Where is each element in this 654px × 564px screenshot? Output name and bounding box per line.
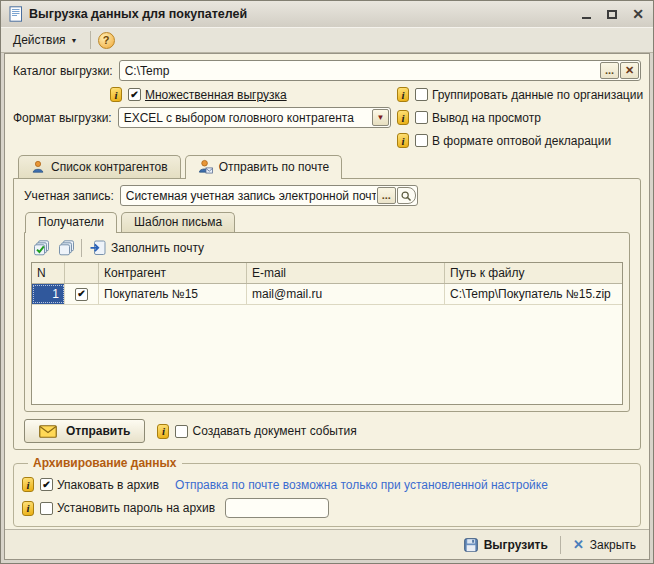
pack-archive-checkbox[interactable]: ✔ <box>40 478 53 491</box>
create-event-checkbox[interactable] <box>175 425 188 438</box>
row-contractor-cell[interactable]: Покупатель №15 <box>99 284 247 304</box>
password-row: i Установить пароль на архив <box>22 498 632 518</box>
table-empty-area <box>32 305 622 404</box>
preview-checkbox[interactable] <box>415 111 428 124</box>
minimize-button[interactable] <box>579 7 593 21</box>
info-icon[interactable]: i <box>22 477 34 492</box>
info-icon[interactable]: i <box>397 87 409 102</box>
maximize-button[interactable] <box>605 7 619 21</box>
help-icon: ? <box>103 34 110 46</box>
check-icon: ✔ <box>77 289 85 299</box>
tab-recipients[interactable]: Получатели <box>25 212 117 233</box>
format-value: EXCEL с выбором головного контрагента <box>124 111 372 125</box>
close-form-button[interactable]: ✕ Закрыть <box>569 536 640 554</box>
group-by-org-label[interactable]: Группировать данные по организации <box>432 88 643 102</box>
password-input[interactable] <box>225 498 329 518</box>
table-header: N Контрагент E-mail Путь к файлу <box>32 263 622 284</box>
tab-letter-template[interactable]: Шаблон письма <box>121 212 235 232</box>
row-path-cell[interactable]: C:\Temp\Покупатель №15.zip <box>445 284 622 304</box>
group-by-org-checkbox[interactable] <box>415 88 428 101</box>
format-combobox[interactable]: EXCEL с выбором головного контрагента ▼ <box>118 107 391 128</box>
fill-mail-button[interactable]: Заполнить почту <box>86 239 208 257</box>
person-mail-icon <box>198 159 213 174</box>
fill-mail-label: Заполнить почту <box>111 241 204 255</box>
wholesale-checkbox[interactable] <box>415 134 428 147</box>
help-button[interactable]: ? <box>98 32 115 49</box>
info-icon[interactable]: i <box>110 87 122 102</box>
form-content: Каталог выгрузки: C:\Temp ... ✕ i ✔ Множ… <box>5 54 649 529</box>
recipient-tabs: Получатели Шаблон письма <box>24 212 630 232</box>
actions-menu-label: Действия <box>13 33 66 47</box>
person-icon <box>31 160 45 174</box>
row-checkbox[interactable]: ✔ <box>75 288 88 301</box>
account-value: Системная учетная запись электронной поч… <box>126 189 376 203</box>
close-icon: ✕ <box>632 7 644 21</box>
wholesale-label[interactable]: В формате оптовой декларации <box>432 134 611 148</box>
tab-contractors[interactable]: Список контрагентов <box>18 155 181 178</box>
account-search-button[interactable] <box>397 187 416 204</box>
catalog-input[interactable]: C:\Temp ... ✕ <box>119 60 641 81</box>
dropdown-arrow-icon[interactable]: ▼ <box>372 109 389 126</box>
recipients-panel: Заполнить почту N Контрагент E-mail Путь… <box>24 232 630 412</box>
column-header-path[interactable]: Путь к файлу <box>445 263 622 283</box>
info-icon[interactable]: i <box>22 501 34 516</box>
toolbar-separator <box>90 31 91 49</box>
uncheck-all-button[interactable] <box>56 238 77 258</box>
close-button[interactable]: ✕ <box>631 7 645 21</box>
archive-group: Архивирование данных i ✔ Упаковать в арх… <box>13 456 641 527</box>
catalog-value: C:\Temp <box>125 64 599 78</box>
format-label: Формат выгрузки: <box>13 111 112 125</box>
row-checkbox-cell[interactable]: ✔ <box>65 284 99 304</box>
title-bar: Выгрузка данных для покупателей ✕ <box>1 1 653 27</box>
search-icon <box>400 190 412 202</box>
export-button-label: Выгрузить <box>484 538 548 552</box>
close-x-icon: ✕ <box>573 538 584 551</box>
tab-letter-template-label: Шаблон письма <box>134 215 222 229</box>
send-mail-panel: Учетная запись: Системная учетная запись… <box>13 178 641 450</box>
preview-label[interactable]: Вывод на просмотр <box>432 111 541 125</box>
table-toolbar: Заполнить почту <box>31 236 623 260</box>
create-event-label[interactable]: Создавать документ события <box>192 424 356 438</box>
fill-mail-icon <box>90 240 106 256</box>
document-icon <box>9 6 23 22</box>
actions-toolbar: Действия ▼ ? <box>1 27 653 53</box>
multiple-export-checkbox[interactable]: ✔ <box>128 88 141 101</box>
row-number-cell[interactable]: 1 <box>32 284 65 304</box>
main-tabs: Список контрагентов Отправить по почте <box>13 155 641 178</box>
actions-menu-button[interactable]: Действия ▼ <box>8 31 83 49</box>
info-icon[interactable]: i <box>397 133 409 148</box>
tab-recipients-label: Получатели <box>38 215 104 229</box>
pack-row: i ✔ Упаковать в архив Отправка по почте … <box>22 477 632 492</box>
account-input[interactable]: Системная учетная запись электронной поч… <box>120 185 418 206</box>
dialog-window: Выгрузка данных для покупателей ✕ Действ… <box>0 0 654 564</box>
column-header-checkbox[interactable] <box>65 263 99 283</box>
check-all-button[interactable] <box>31 238 52 258</box>
row-email-cell[interactable]: mail@mail.ru <box>247 284 445 304</box>
check-all-icon <box>34 240 50 256</box>
column-header-contractor[interactable]: Контрагент <box>99 263 247 283</box>
password-label[interactable]: Установить пароль на архив <box>57 501 215 515</box>
multiple-export-label[interactable]: Множественная выгрузка <box>145 88 287 102</box>
send-button[interactable]: Отправить <box>24 419 145 443</box>
column-header-n[interactable]: N <box>32 263 65 283</box>
footer-separator <box>560 536 561 554</box>
settings-grid: i ✔ Множественная выгрузка i Группироват… <box>13 87 641 148</box>
pack-archive-label[interactable]: Упаковать в архив <box>57 478 159 492</box>
password-checkbox[interactable] <box>40 502 53 515</box>
close-button-label: Закрыть <box>590 538 636 552</box>
account-row: Учетная запись: Системная учетная запись… <box>24 185 630 206</box>
export-button[interactable]: Выгрузить <box>460 536 552 554</box>
info-icon[interactable]: i <box>157 424 169 439</box>
catalog-browse-button[interactable]: ... <box>600 62 619 79</box>
tab-send-mail[interactable]: Отправить по почте <box>185 155 343 179</box>
save-icon <box>464 538 478 552</box>
catalog-clear-button[interactable]: ✕ <box>620 62 639 79</box>
send-button-label: Отправить <box>66 424 130 438</box>
column-header-email[interactable]: E-mail <box>247 263 445 283</box>
form-body: Каталог выгрузки: C:\Temp ... ✕ i ✔ Множ… <box>4 53 650 560</box>
table-row[interactable]: 1 ✔ Покупатель №15 mail@mail.ru C:\Temp\… <box>32 284 622 305</box>
account-browse-button[interactable]: ... <box>377 187 396 204</box>
account-label: Учетная запись: <box>24 189 114 203</box>
info-icon[interactable]: i <box>397 110 409 125</box>
catalog-row: Каталог выгрузки: C:\Temp ... ✕ <box>13 60 641 81</box>
